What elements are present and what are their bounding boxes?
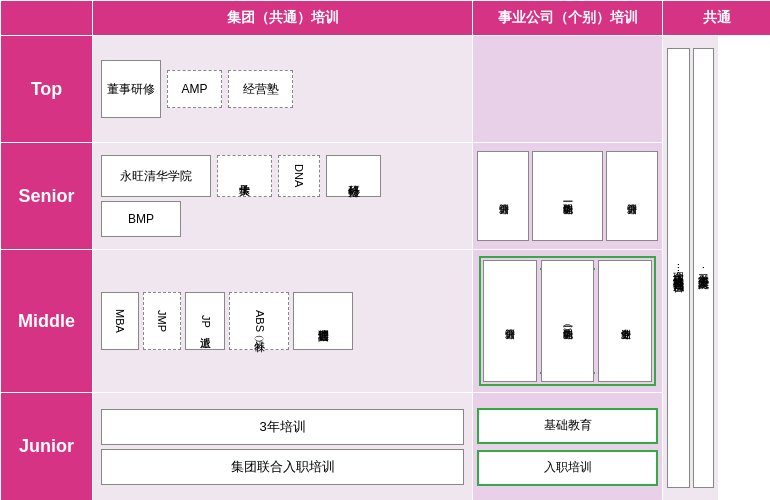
senior-label: Senior: [1, 143, 93, 250]
senior-biz-box-2: 一职一能务培训: [532, 151, 603, 241]
junior-business-cell: 基础教育 入职培训: [473, 393, 663, 501]
middle-label: Middle: [1, 250, 93, 393]
top-box-1: 董事研修: [101, 60, 161, 118]
senior-row-top: 永旺清华学院 传承大学 DNA: [101, 155, 464, 197]
top-box-3: 经营塾: [228, 70, 293, 108]
middle-business-cell: 分管培训 一职一能务培训（） 专业务培训: [473, 250, 663, 393]
senior-row-bottom: BMP: [101, 201, 464, 237]
junior-biz-content: 基础教育 入职培训: [477, 397, 658, 496]
top-boxes: 董事研修 AMP 经营塾: [101, 60, 464, 118]
middle-boxes: MBA JMP JP派遣 A: [101, 292, 464, 350]
top-box-2: AMP: [167, 70, 222, 108]
middle-biz-label-1: 分管培训: [483, 260, 537, 382]
junior-box-2: 集团联合入职培训: [101, 449, 464, 485]
header-row: 集团（共通）培训 事业公司（个别）培训 共通: [1, 1, 771, 36]
senior-biz-box-1: 分管培训: [477, 151, 529, 241]
middle-biz-label-3: 专业务培训: [598, 260, 652, 382]
middle-box-abs: ABS（候补）: [229, 292, 289, 350]
senior-box-dna: DNA: [278, 155, 320, 197]
senior-business-cell: 分管培训 一职一能务培训 分管培训: [473, 143, 663, 250]
middle-content-cell: MBA JMP JP派遣 A: [93, 250, 473, 393]
middle-box-mba: MBA: [101, 292, 139, 350]
junior-box-1: 3年培训: [101, 409, 464, 445]
junior-row: Junior 3年培训 集团联合入职培训 基础教育 入: [1, 393, 771, 501]
senior-box-1: 永旺清华学院: [101, 155, 211, 197]
senior-biz-box-3: 分管培训: [606, 151, 658, 241]
senior-content-cell: 永旺清华学院 传承大学 DNA: [93, 143, 473, 250]
junior-label: Junior: [1, 393, 93, 501]
senior-box-bmp: BMP: [101, 201, 181, 237]
senior-left: 永旺清华学院 传承大学 DNA: [101, 155, 464, 237]
shared-col-content: 理念·价值观·行为规范·合规知识 自主学习·个人能力开发: [667, 48, 714, 488]
top-content-cell: 董事研修 AMP 经营塾: [93, 36, 473, 143]
middle-biz-label-2: 一职一能务培训（）: [541, 260, 595, 382]
middle-row: Middle MBA JMP JP派遣: [1, 250, 771, 393]
senior-box-2: 传承大学: [217, 155, 272, 197]
middle-box-jp: JP派遣: [185, 292, 225, 350]
header-business-training: 事业公司（个别）培训: [473, 1, 663, 36]
header-group-training: 集团（共通）培训: [93, 1, 473, 36]
junior-biz-box-1: 基础教育: [477, 408, 658, 444]
senior-business-content: 分管培训 一职一能务培训 分管培训: [477, 151, 658, 241]
shared-main-box-2: 自主学习·个人能力开发: [693, 48, 714, 488]
middle-box-jmp: JMP: [143, 292, 181, 350]
top-row: Top 董事研修 AMP 经营塾 理念·: [1, 36, 771, 143]
top-label: Top: [1, 36, 93, 143]
senior-row: Senior 永旺清华学院 传承大学: [1, 143, 771, 250]
senior-box-3: 社外研修: [326, 155, 381, 197]
middle-box-common: 共通管理培训: [293, 292, 353, 350]
header-shared: 共通: [663, 1, 771, 36]
junior-boxes: 3年培训 集团联合入职培训: [101, 409, 464, 485]
shared-main-cell: 理念·价值观·行为规范·合规知识 自主学习·个人能力开发: [663, 36, 719, 501]
header-label-col: [1, 1, 93, 36]
junior-biz-box-2: 入职培训: [477, 450, 658, 486]
top-business-cell: [473, 36, 663, 143]
shared-main-box-1: 理念·价值观·行为规范·合规知识: [667, 48, 690, 488]
junior-content-cell: 3年培训 集团联合入职培训: [93, 393, 473, 501]
middle-biz-labels: 分管培训 一职一能务培训（） 专业务培训: [483, 260, 652, 382]
